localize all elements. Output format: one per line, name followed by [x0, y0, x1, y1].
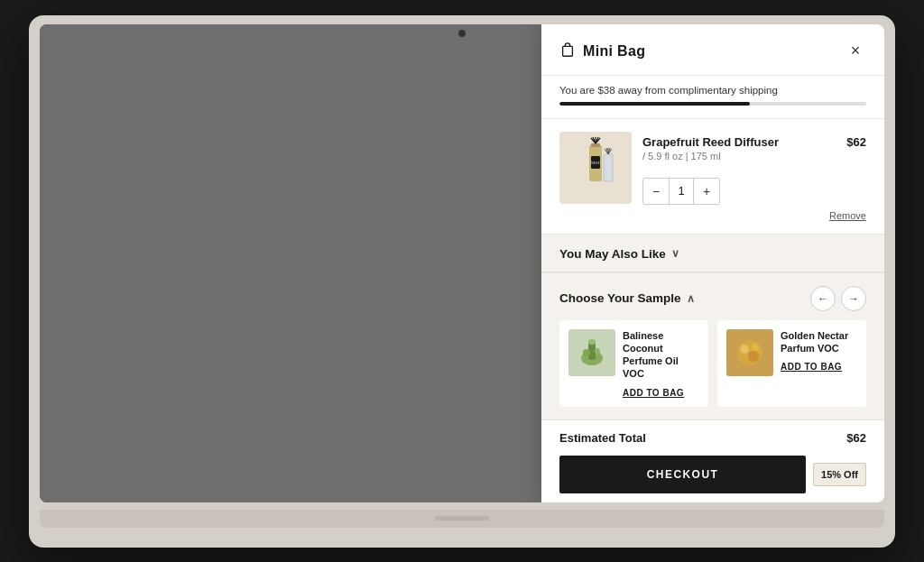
sample-next-button[interactable]: → [841, 286, 866, 311]
laptop-base [40, 510, 884, 528]
svg-rect-0 [563, 46, 573, 56]
choose-sample-title: Choose Your Sample ∧ [559, 291, 695, 305]
laptop-shell: Mini Bag × You are $38 away from complim… [29, 15, 895, 548]
discount-badge: 15% Off [813, 463, 866, 486]
item-name: Grapefruit Reed Diffuser [642, 135, 779, 149]
cart-item: NEST [559, 132, 866, 221]
sample-2-name: Golden Nectar Parfum VOC [781, 329, 857, 355]
item-price: $62 [846, 135, 866, 149]
item-variant: / 5.9 fl oz | 175 ml [642, 151, 779, 161]
svg-point-18 [588, 339, 596, 345]
mini-bag-header: Mini Bag × [541, 24, 884, 76]
svg-rect-2 [591, 143, 600, 147]
svg-point-19 [583, 349, 590, 356]
shipping-section: You are $38 away from complimentary ship… [541, 76, 884, 119]
you-may-also-like-chevron: ∨ [671, 247, 679, 260]
sample-2-info: Golden Nectar Parfum VOC ADD TO BAG [781, 329, 857, 373]
svg-point-24 [752, 344, 759, 351]
svg-point-23 [748, 351, 759, 362]
sample-prev-button[interactable]: ← [810, 286, 836, 311]
samples-row: Balinese Coconut Perfume Oil VOC ADD TO … [541, 320, 884, 419]
sample-card-2-inner: Golden Nectar Parfum VOC ADD TO BAG [717, 320, 866, 407]
sample-nav-arrows: ← → [810, 286, 866, 311]
webcam [458, 30, 466, 37]
sample-card-2: Golden Nectar Parfum VOC ADD TO BAG [717, 320, 866, 407]
sample-1-add-button[interactable]: ADD TO BAG [623, 388, 699, 398]
you-may-also-like-title: You May Also Like ∨ [559, 247, 679, 261]
shipping-message: You are $38 away from complimentary ship… [559, 85, 866, 96]
estimated-total-row: Estimated Total $62 [559, 431, 866, 445]
checkout-row: CHECKOUT 15% Off [559, 456, 866, 493]
remove-link[interactable]: Remove [642, 210, 866, 221]
sample-1-image [568, 329, 615, 376]
svg-rect-10 [604, 154, 613, 181]
you-may-also-like-header[interactable]: You May Also Like ∨ [541, 235, 884, 272]
mini-bag-panel: Mini Bag × You are $38 away from complim… [541, 24, 884, 502]
svg-point-22 [740, 345, 749, 354]
quantity-value: 1 [669, 179, 694, 204]
estimated-label: Estimated Total [559, 431, 646, 445]
close-button[interactable]: × [845, 41, 866, 62]
quantity-increase-button[interactable]: + [694, 179, 719, 204]
checkout-button[interactable]: CHECKOUT [559, 456, 806, 493]
progress-bar-fill [559, 102, 750, 106]
sample-2-image [726, 329, 773, 376]
item-image: NEST [559, 132, 632, 204]
svg-point-20 [595, 348, 600, 354]
quantity-decrease-button[interactable]: − [643, 179, 669, 204]
bag-icon [559, 41, 576, 61]
choose-sample-header: Choose Your Sample ∧ ← → [541, 273, 884, 320]
background-area [40, 24, 541, 502]
svg-text:NEST: NEST [591, 161, 601, 165]
sample-1-info: Balinese Coconut Perfume Oil VOC ADD TO … [623, 329, 699, 398]
screen-inner: Mini Bag × You are $38 away from complim… [40, 24, 884, 502]
sample-1-name: Balinese Coconut Perfume Oil VOC [623, 329, 699, 381]
estimated-price: $62 [846, 431, 866, 445]
item-details: Grapefruit Reed Diffuser / 5.9 fl oz | 1… [642, 132, 866, 221]
progress-bar-background [559, 102, 866, 106]
choose-sample-chevron: ∧ [687, 292, 695, 305]
sample-2-add-button[interactable]: ADD TO BAG [781, 362, 857, 372]
sample-card-1-inner: Balinese Coconut Perfume Oil VOC ADD TO … [559, 320, 708, 407]
panel-title: Mini Bag [583, 43, 645, 60]
cart-item-section: NEST [541, 119, 884, 235]
mini-bag-footer: Estimated Total $62 CHECKOUT 15% Off [541, 419, 884, 502]
laptop-notch [435, 516, 489, 521]
laptop-screen: Mini Bag × You are $38 away from complim… [40, 24, 884, 502]
quantity-control: − 1 + [642, 178, 720, 205]
choose-sample-section: Choose Your Sample ∧ ← → [541, 272, 884, 419]
header-left: Mini Bag [559, 41, 645, 61]
sample-card-1: Balinese Coconut Perfume Oil VOC ADD TO … [559, 320, 708, 407]
